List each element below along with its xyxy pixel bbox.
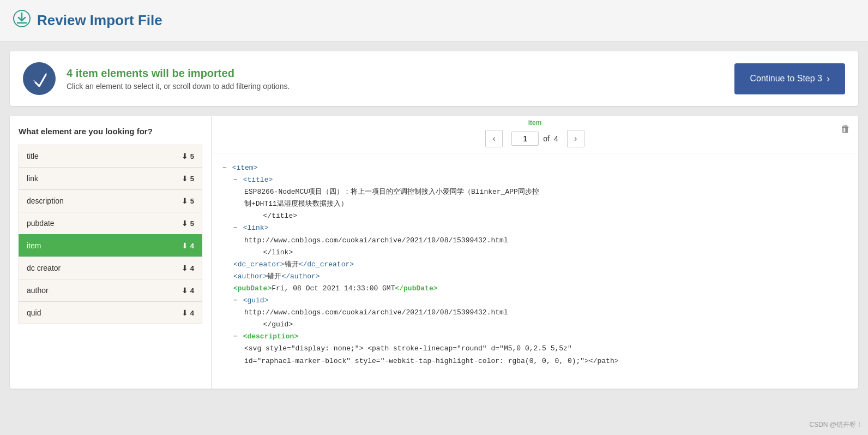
- sidebar-item-title[interactable]: title ⬇ 5: [19, 145, 202, 168]
- download-icon: ⬇: [182, 174, 188, 183]
- element-count: 5: [190, 175, 194, 183]
- page-input[interactable]: [511, 132, 539, 146]
- collapse-icon[interactable]: −: [233, 332, 238, 341]
- xml-line: − <item>: [222, 162, 847, 174]
- continue-button-label: Continue to Step 3: [750, 74, 822, 84]
- banner-icon-circle: [23, 62, 56, 95]
- total-pages: 4: [554, 134, 558, 143]
- xml-line: − <link>: [233, 222, 847, 234]
- xml-highlight-tag: <pubDate>: [233, 284, 272, 293]
- info-banner: 4 item elements will be imported Click a…: [10, 51, 858, 106]
- xml-line: <author>错开</author>: [233, 271, 847, 283]
- download-icon: ⬇: [182, 286, 188, 295]
- watermark: CSDN @错开呀！: [809, 420, 863, 430]
- sidebar-question: What element are you looking for?: [19, 127, 202, 136]
- main-content: What element are you looking for? title …: [10, 116, 858, 389]
- xml-tag: <dc_creator>: [233, 260, 285, 269]
- xml-line: </guid>: [233, 319, 847, 331]
- download-icon: ⬇: [182, 219, 188, 228]
- element-count: 4: [190, 264, 194, 272]
- element-badge: ⬇ 4: [182, 308, 194, 317]
- xml-tag-close: </dc_creator>: [299, 260, 354, 269]
- continue-arrow-icon: ›: [827, 73, 830, 85]
- element-badge: ⬇ 5: [182, 219, 194, 228]
- xml-line: 制+DHT11温湿度模块数据接入）: [244, 198, 847, 210]
- element-count: 5: [190, 219, 194, 228]
- element-count: 5: [190, 197, 194, 205]
- sidebar-item-description[interactable]: description ⬇ 5: [19, 189, 202, 212]
- sidebar-item-dc-creator[interactable]: dc creator ⬇ 4: [19, 257, 202, 279]
- collapse-icon[interactable]: −: [233, 176, 238, 184]
- xml-line: <dc_creator>错开</dc_creator>: [233, 259, 847, 271]
- element-name: quid: [27, 308, 41, 317]
- element-badge: ⬇ 5: [182, 152, 194, 160]
- xml-line: http://www.cnblogs.com/cuokai/archive/20…: [244, 235, 847, 247]
- element-badge: ⬇ 4: [182, 241, 194, 250]
- element-badge: ⬇ 4: [182, 286, 194, 295]
- element-count: 4: [190, 287, 194, 295]
- xml-line: − <description>: [233, 331, 847, 343]
- xml-line: id="raphael-marker-block" style="-webkit…: [244, 355, 847, 367]
- element-count: 4: [190, 309, 194, 317]
- sidebar-item-link[interactable]: link ⬇ 5: [19, 167, 202, 190]
- xml-nav: item ‹ of 4 ›: [212, 116, 858, 153]
- element-badge: ⬇ 4: [182, 264, 194, 272]
- sidebar-item-quid[interactable]: quid ⬇ 4: [19, 301, 202, 324]
- xml-tag: <guid>: [243, 296, 269, 305]
- element-badge: ⬇ 5: [182, 196, 194, 205]
- xml-highlight-tag-close: </pubDate>: [395, 284, 437, 293]
- nav-counter: of 4: [511, 132, 558, 146]
- element-name: link: [27, 174, 38, 183]
- of-label: of: [543, 134, 550, 143]
- page-header: Review Import File: [0, 0, 868, 41]
- download-icon: ⬇: [182, 196, 188, 205]
- download-icon: ⬇: [182, 152, 188, 160]
- next-button[interactable]: ›: [567, 130, 584, 147]
- sidebar-item-pubdate[interactable]: pubdate ⬇ 5: [19, 212, 202, 235]
- xml-tag: <link>: [243, 224, 269, 232]
- xml-viewer: 🗑 item ‹ of 4 › − <item> − <title> ESP82…: [212, 116, 858, 389]
- xml-line: − <guid>: [233, 295, 847, 307]
- xml-line: <svg style="display: none;"> <path strok…: [244, 343, 847, 355]
- prev-button[interactable]: ‹: [485, 130, 503, 147]
- collapse-icon[interactable]: −: [233, 224, 238, 232]
- element-badge: ⬇ 5: [182, 174, 194, 183]
- xml-content: − <item> − <title> ESP8266-NodeMCU项目（四）：…: [212, 153, 858, 376]
- download-icon: ⬇: [182, 308, 188, 317]
- xml-element-label: item: [528, 119, 542, 127]
- left-sidebar: What element are you looking for? title …: [10, 116, 212, 389]
- xml-tag-description: <description>: [243, 332, 298, 341]
- download-icon: ⬇: [182, 241, 188, 250]
- sidebar-item-author[interactable]: author ⬇ 4: [19, 279, 202, 302]
- xml-line: ESP8266-NodeMCU项目（四）：将上一项目的空调控制接入小爱同学（Bl…: [244, 186, 847, 198]
- xml-tag-close: </author>: [281, 272, 320, 281]
- xml-line: </link>: [233, 247, 847, 259]
- xml-line: </title>: [233, 210, 847, 222]
- element-name: item: [27, 241, 41, 250]
- sidebar-item-item[interactable]: item ⬇ 4: [19, 234, 202, 257]
- page-title: Review Import File: [37, 12, 162, 29]
- element-name: dc creator: [27, 264, 61, 272]
- download-icon: ⬇: [182, 264, 188, 272]
- element-list: title ⬇ 5 link ⬇ 5 description ⬇ 5 pubda…: [19, 145, 202, 324]
- banner-text: 4 item elements will be imported Click a…: [67, 67, 724, 91]
- element-name: description: [27, 196, 64, 205]
- collapse-icon[interactable]: −: [233, 296, 238, 305]
- collapse-icon[interactable]: −: [222, 164, 227, 172]
- banner-main-text: 4 item elements will be imported: [67, 67, 724, 80]
- element-count: 4: [190, 242, 194, 250]
- xml-tag: <item>: [232, 164, 258, 172]
- element-name: title: [27, 152, 39, 160]
- xml-tag: <author>: [233, 272, 267, 281]
- element-name: author: [27, 286, 49, 295]
- element-count: 5: [190, 152, 194, 160]
- element-name: pubdate: [27, 219, 55, 228]
- import-icon: [13, 10, 31, 31]
- xml-line: http://www.cnblogs.com/cuokai/archive/20…: [244, 307, 847, 319]
- banner-sub-text: Click an element to select it, or scroll…: [67, 82, 724, 91]
- xml-tag: <title>: [243, 176, 273, 184]
- xml-line: − <title>: [233, 174, 847, 186]
- xml-line: <pubDate>Fri, 08 Oct 2021 14:33:00 GMT</…: [233, 283, 847, 295]
- continue-button[interactable]: Continue to Step 3 ›: [734, 63, 845, 94]
